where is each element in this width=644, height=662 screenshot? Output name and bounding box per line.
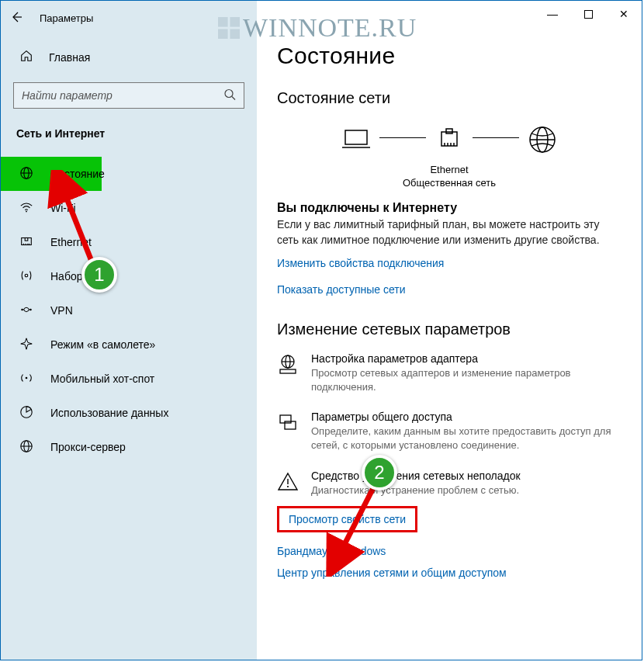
computer-icon bbox=[339, 123, 373, 159]
svg-rect-8 bbox=[25, 237, 28, 241]
option-desc: Определите, каким данным вы хотите предо… bbox=[311, 425, 621, 452]
link-network-center[interactable]: Центр управления сетями и общим доступом bbox=[277, 567, 507, 579]
link-firewall[interactable]: Брандмауэр Windows bbox=[277, 545, 386, 557]
hotspot-icon bbox=[19, 371, 33, 387]
maximize-button[interactable] bbox=[570, 1, 606, 27]
minimize-button[interactable]: — bbox=[535, 1, 570, 27]
nav-item-label: Ethernet bbox=[50, 236, 92, 248]
nav-list: Состояние Wi-Fi Ethernet Набор н... bbox=[1, 157, 257, 464]
back-button[interactable] bbox=[10, 11, 24, 26]
nav-item-hotspot[interactable]: Мобильный хот-спот bbox=[1, 362, 257, 396]
nav-item-status[interactable]: Состояние bbox=[1, 157, 102, 191]
nav-item-label: Использование данных bbox=[50, 407, 168, 419]
svg-point-14 bbox=[21, 308, 23, 310]
section-heading: Сеть и Интернет bbox=[1, 110, 257, 147]
svg-point-6 bbox=[26, 210, 27, 212]
option-title: Настройка параметров адаптера bbox=[311, 352, 621, 365]
nav-item-vpn[interactable]: VPN bbox=[1, 293, 257, 328]
window-controls: — ✕ bbox=[535, 1, 642, 27]
svg-rect-25 bbox=[446, 129, 452, 133]
window-title: Параметры bbox=[40, 12, 93, 24]
search-input[interactable] bbox=[22, 89, 236, 102]
svg-point-1 bbox=[225, 90, 233, 98]
home-icon bbox=[19, 49, 33, 65]
diagram-label: Ethernet bbox=[277, 164, 621, 177]
status-heading: Состояние сети bbox=[277, 89, 621, 107]
nav-item-airplane[interactable]: Режим «в самолете» bbox=[1, 328, 257, 362]
network-diagram bbox=[277, 123, 621, 159]
option-adapter[interactable]: Настройка параметров адаптера Просмотр с… bbox=[277, 352, 621, 393]
option-troubleshoot[interactable]: Средство устранения сетевых неполадок Ди… bbox=[277, 470, 621, 497]
airplane-icon bbox=[19, 337, 33, 353]
option-title: Параметры общего доступа bbox=[311, 411, 621, 423]
nav-home-label: Главная bbox=[49, 51, 90, 64]
svg-rect-21 bbox=[584, 10, 592, 18]
close-button[interactable]: ✕ bbox=[606, 1, 642, 27]
connected-description: Если у вас лимитный тарифный план, вы мо… bbox=[277, 217, 611, 248]
nav-item-wifi[interactable]: Wi-Fi bbox=[1, 191, 257, 225]
diagram-sublabel: Общественная сеть bbox=[277, 177, 621, 190]
svg-point-40 bbox=[287, 485, 289, 487]
connector-line bbox=[379, 137, 426, 138]
svg-rect-22 bbox=[345, 130, 367, 144]
nav-item-label: Режим «в самолете» bbox=[50, 338, 155, 351]
adapter-icon bbox=[277, 352, 299, 393]
nav-item-dialup[interactable]: Набор н... bbox=[1, 259, 257, 293]
connected-title: Вы подключены к Интернету bbox=[277, 201, 621, 215]
datausage-icon bbox=[19, 405, 33, 421]
link-view-props[interactable]: Просмотр свойств сети bbox=[289, 513, 406, 525]
annotation-badge-1: 1 bbox=[81, 257, 117, 293]
annotation-badge-2: 2 bbox=[362, 455, 397, 490]
svg-rect-36 bbox=[280, 369, 296, 373]
globe-icon bbox=[19, 166, 33, 182]
wifi-icon bbox=[19, 200, 33, 217]
sharing-icon bbox=[277, 411, 299, 452]
ethernet-plug-icon bbox=[432, 123, 466, 159]
search-box[interactable] bbox=[13, 82, 244, 109]
nav-item-datausage[interactable]: Использование данных bbox=[1, 396, 257, 430]
dialup-icon bbox=[19, 269, 33, 285]
diagram-caption: Ethernet Общественная сеть bbox=[277, 164, 621, 190]
option-desc: Просмотр сетевых адаптеров и изменение п… bbox=[311, 366, 621, 393]
nav-item-label: Состояние bbox=[50, 168, 105, 180]
svg-line-2 bbox=[232, 97, 235, 100]
link-show-networks[interactable]: Показать доступные сети bbox=[277, 283, 406, 296]
titlebar-left: Параметры bbox=[1, 1, 257, 35]
nav-item-label: Wi-Fi bbox=[50, 202, 76, 214]
nav-item-label: Мобильный хот-спот bbox=[50, 373, 154, 385]
main-content: — ✕ Состояние Состояние сети Ethernet Об… bbox=[257, 1, 642, 660]
svg-point-13 bbox=[25, 274, 28, 277]
svg-point-16 bbox=[26, 376, 28, 379]
option-title: Средство устранения сетевых неполадок bbox=[311, 470, 521, 482]
nav-item-proxy[interactable]: Прокси-сервер bbox=[1, 430, 257, 464]
nav-home[interactable]: Главная bbox=[1, 41, 257, 73]
globe-large-icon bbox=[525, 123, 559, 159]
link-change-properties[interactable]: Изменить свойства подключения bbox=[277, 257, 444, 269]
nav-item-ethernet[interactable]: Ethernet bbox=[1, 225, 257, 259]
change-settings-heading: Изменение сетевых параметров bbox=[277, 321, 621, 338]
option-sharing[interactable]: Параметры общего доступа Определите, как… bbox=[277, 411, 621, 452]
option-desc: Диагностика и устранение проблем с сетью… bbox=[311, 484, 521, 497]
vpn-icon bbox=[19, 303, 33, 319]
search-icon bbox=[223, 88, 236, 103]
ethernet-icon bbox=[19, 234, 33, 251]
nav-item-label: VPN bbox=[50, 304, 73, 317]
nav-item-label: Прокси-сервер bbox=[50, 441, 126, 453]
highlight-box: Просмотр свойств сети bbox=[277, 506, 417, 532]
svg-point-15 bbox=[29, 308, 32, 310]
warning-icon bbox=[277, 470, 299, 497]
proxy-icon bbox=[19, 439, 33, 456]
svg-rect-7 bbox=[22, 237, 32, 244]
connector-line bbox=[473, 137, 519, 138]
sidebar: Параметры Главная Сеть и Интернет Состоя… bbox=[1, 1, 257, 660]
